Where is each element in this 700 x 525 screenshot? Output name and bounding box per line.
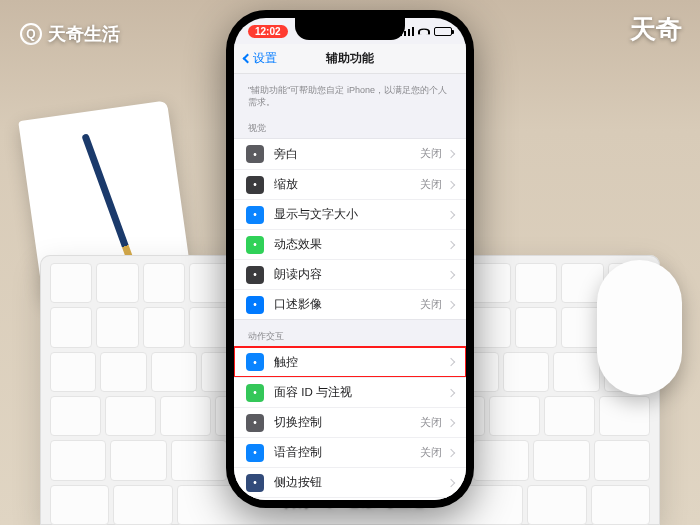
chevron-right-icon: [447, 241, 455, 249]
wifi-icon: [418, 28, 430, 34]
notch: [295, 18, 405, 40]
row-label: 面容 ID 与注视: [274, 385, 448, 400]
back-button[interactable]: 设置: [244, 50, 277, 67]
section-header-vision: 视觉: [234, 112, 466, 138]
row-label: 侧边按钮: [274, 475, 448, 490]
nav-bar: 设置 辅助功能: [234, 44, 466, 74]
group-motor: •触控•面容 ID 与注视•切换控制关闭•语音控制关闭•侧边按钮•Apple T…: [234, 346, 466, 500]
speech-icon: •: [246, 266, 264, 284]
row-status: 关闭: [420, 147, 442, 161]
settings-row-motion[interactable]: •动态效果: [234, 229, 466, 259]
display-icon: •: [246, 206, 264, 224]
phone-frame: 12:02 设置 辅助功能 "辅助功能"可帮助您自定 iPhone，以满足您的个…: [226, 10, 474, 508]
group-vision: •旁白关闭•缩放关闭•显示与文字大小•动态效果•朗读内容•口述影像关闭: [234, 138, 466, 320]
chevron-right-icon: [447, 271, 455, 279]
chevron-right-icon: [447, 150, 455, 158]
row-status: 关闭: [420, 416, 442, 430]
chevron-right-icon: [447, 419, 455, 427]
voice-ctrl-icon: •: [246, 444, 264, 462]
row-status: 关闭: [420, 178, 442, 192]
settings-row-display[interactable]: •显示与文字大小: [234, 199, 466, 229]
chevron-right-icon: [447, 389, 455, 397]
chevron-left-icon: [243, 54, 253, 64]
row-label: 语音控制: [274, 445, 420, 460]
faceid-icon: •: [246, 384, 264, 402]
touch-icon: •: [246, 353, 264, 371]
settings-row-touch[interactable]: •触控: [234, 347, 466, 377]
settings-row-side-btn[interactable]: •侧边按钮: [234, 467, 466, 497]
settings-row-speech[interactable]: •朗读内容: [234, 259, 466, 289]
chevron-right-icon: [447, 358, 455, 366]
row-label: 朗读内容: [274, 267, 448, 282]
settings-content[interactable]: "辅助功能"可帮助您自定 iPhone，以满足您的个人需求。 视觉 •旁白关闭•…: [234, 74, 466, 500]
row-label: 缩放: [274, 177, 420, 192]
page-title: 辅助功能: [326, 50, 374, 67]
row-label: 口述影像: [274, 297, 420, 312]
battery-icon: [434, 27, 452, 36]
switch-icon: •: [246, 414, 264, 432]
row-label: 旁白: [274, 147, 420, 162]
audio-desc-icon: •: [246, 296, 264, 314]
watermark-left: Q 天奇生活: [20, 22, 120, 46]
watermark-logo-icon: Q: [20, 23, 42, 45]
voiceover-icon: •: [246, 145, 264, 163]
status-time: 12:02: [248, 25, 288, 38]
back-label: 设置: [253, 50, 277, 67]
settings-row-voice-ctrl[interactable]: •语音控制关闭: [234, 437, 466, 467]
zoom-icon: •: [246, 176, 264, 194]
description-text: "辅助功能"可帮助您自定 iPhone，以满足您的个人需求。: [234, 74, 466, 112]
row-label: 动态效果: [274, 237, 448, 252]
phone-screen: 12:02 设置 辅助功能 "辅助功能"可帮助您自定 iPhone，以满足您的个…: [234, 18, 466, 500]
side-btn-icon: •: [246, 474, 264, 492]
settings-row-voiceover[interactable]: •旁白关闭: [234, 139, 466, 169]
row-status: 关闭: [420, 446, 442, 460]
motion-icon: •: [246, 236, 264, 254]
section-header-motor: 动作交互: [234, 320, 466, 346]
watermark-right: 天奇: [630, 12, 682, 47]
row-label: 显示与文字大小: [274, 207, 448, 222]
row-label: 触控: [274, 355, 448, 370]
mouse-prop: [597, 260, 682, 395]
chevron-right-icon: [447, 479, 455, 487]
chevron-right-icon: [447, 449, 455, 457]
settings-row-appletv[interactable]: •Apple TV 遥控器: [234, 497, 466, 500]
row-label: 切换控制: [274, 415, 420, 430]
settings-row-zoom[interactable]: •缩放关闭: [234, 169, 466, 199]
settings-row-faceid[interactable]: •面容 ID 与注视: [234, 377, 466, 407]
watermark-left-text: 天奇生活: [48, 22, 120, 46]
chevron-right-icon: [447, 211, 455, 219]
settings-row-switch[interactable]: •切换控制关闭: [234, 407, 466, 437]
row-status: 关闭: [420, 298, 442, 312]
chevron-right-icon: [447, 301, 455, 309]
chevron-right-icon: [447, 181, 455, 189]
settings-row-audio-desc[interactable]: •口述影像关闭: [234, 289, 466, 319]
